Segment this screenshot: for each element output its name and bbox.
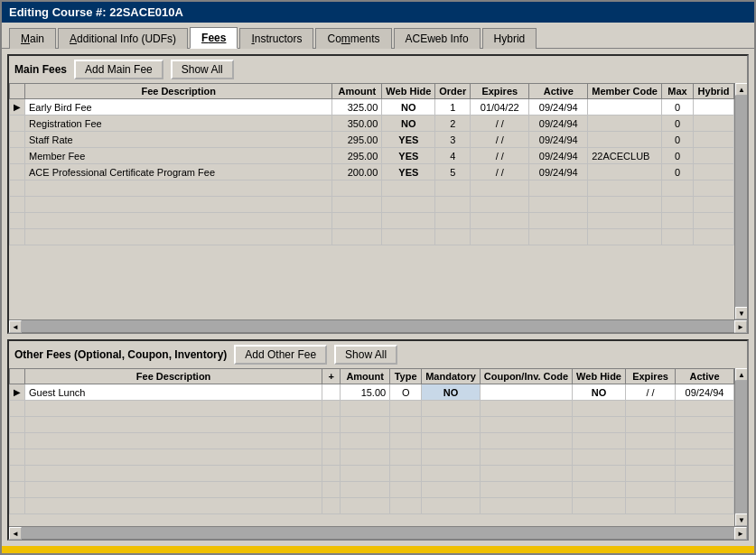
table-cell[interactable] <box>25 180 332 197</box>
table-cell[interactable]: 200.00 <box>332 164 382 180</box>
tab-instructors[interactable]: Instructors <box>239 28 313 49</box>
table-cell[interactable] <box>694 148 734 164</box>
mandatory-cell[interactable] <box>422 433 481 449</box>
table-cell[interactable] <box>588 99 662 116</box>
other-desc-cell[interactable] <box>25 449 322 466</box>
plus-cell[interactable] <box>322 449 341 466</box>
coupon-cell[interactable] <box>480 433 572 449</box>
table-cell[interactable] <box>694 132 734 148</box>
table-cell[interactable]: 0 <box>662 148 694 164</box>
main-fees-row[interactable] <box>10 197 734 213</box>
table-cell[interactable]: 2 <box>435 116 471 132</box>
table-cell[interactable] <box>662 229 694 245</box>
type-cell[interactable] <box>390 466 422 482</box>
mandatory-cell[interactable] <box>422 466 481 482</box>
table-cell[interactable] <box>529 229 588 245</box>
coupon-cell[interactable] <box>480 482 572 498</box>
main-fees-row[interactable] <box>10 213 734 229</box>
vscroll-up-other[interactable]: ▲ <box>735 368 747 381</box>
table-cell[interactable]: / / <box>471 148 529 164</box>
tab-comments[interactable]: Comments <box>315 28 391 49</box>
active-other-cell[interactable] <box>676 401 734 417</box>
type-cell[interactable] <box>390 498 422 514</box>
table-cell[interactable]: YES <box>382 148 435 164</box>
table-cell[interactable]: / / <box>471 132 529 148</box>
table-cell[interactable]: 295.00 <box>332 132 382 148</box>
show-all-other-button[interactable]: Show All <box>334 345 397 365</box>
expires-other-cell[interactable] <box>626 482 676 498</box>
other-desc-cell[interactable] <box>25 433 322 449</box>
web-hide-other-cell[interactable] <box>573 417 626 433</box>
tab-additional-info[interactable]: Additional Info (UDFs) <box>58 28 188 49</box>
expires-other-cell[interactable] <box>626 449 676 466</box>
mandatory-cell[interactable] <box>422 449 481 466</box>
plus-cell[interactable] <box>322 433 341 449</box>
expires-other-cell[interactable] <box>626 498 676 514</box>
table-cell[interactable] <box>529 197 588 213</box>
table-cell[interactable] <box>471 213 529 229</box>
table-cell[interactable] <box>694 229 734 245</box>
table-cell[interactable]: 295.00 <box>332 148 382 164</box>
other-amount-cell[interactable] <box>341 401 390 417</box>
table-cell[interactable]: 09/24/94 <box>529 148 588 164</box>
type-cell[interactable] <box>390 401 422 417</box>
web-hide-other-cell[interactable] <box>573 498 626 514</box>
table-cell[interactable] <box>382 213 435 229</box>
table-cell[interactable] <box>694 99 734 116</box>
other-desc-cell[interactable] <box>25 466 322 482</box>
plus-cell[interactable] <box>322 482 341 498</box>
table-cell[interactable]: 5 <box>435 164 471 180</box>
other-desc-cell[interactable] <box>25 482 322 498</box>
add-main-fee-button[interactable]: Add Main Fee <box>74 60 163 79</box>
main-fees-row[interactable]: Staff Rate295.00YES3/ /09/24/940 <box>10 132 734 148</box>
other-fees-row[interactable] <box>10 401 734 417</box>
expires-other-cell[interactable] <box>626 433 676 449</box>
table-cell[interactable]: Early Bird Fee <box>25 99 332 116</box>
table-cell[interactable]: 3 <box>435 132 471 148</box>
expires-other-cell[interactable] <box>626 417 676 433</box>
table-cell[interactable] <box>25 213 332 229</box>
other-amount-cell[interactable]: 15.00 <box>341 384 390 401</box>
table-cell[interactable] <box>588 180 662 197</box>
coupon-cell[interactable] <box>480 401 572 417</box>
type-cell[interactable] <box>390 482 422 498</box>
other-amount-cell[interactable] <box>341 417 390 433</box>
table-cell[interactable]: 09/24/94 <box>529 99 588 116</box>
plus-cell[interactable] <box>322 417 341 433</box>
table-cell[interactable]: YES <box>382 164 435 180</box>
other-fees-row[interactable] <box>10 466 734 482</box>
table-cell[interactable]: 0 <box>662 164 694 180</box>
active-other-cell[interactable] <box>676 466 734 482</box>
table-cell[interactable] <box>435 180 471 197</box>
other-fees-row[interactable]: ▶Guest Lunch15.00ONONO/ /09/24/94 <box>10 384 734 401</box>
expires-other-cell[interactable] <box>626 466 676 482</box>
other-amount-cell[interactable] <box>341 466 390 482</box>
active-other-cell[interactable]: 09/24/94 <box>676 384 734 401</box>
table-cell[interactable] <box>662 180 694 197</box>
table-cell[interactable] <box>471 197 529 213</box>
table-cell[interactable]: 09/24/94 <box>529 164 588 180</box>
table-cell[interactable]: 22ACECLUB <box>588 148 662 164</box>
web-hide-other-cell[interactable] <box>573 482 626 498</box>
coupon-cell[interactable] <box>480 498 572 514</box>
table-cell[interactable]: Staff Rate <box>25 132 332 148</box>
mandatory-cell[interactable] <box>422 401 481 417</box>
main-fees-row[interactable] <box>10 180 734 197</box>
table-cell[interactable] <box>588 132 662 148</box>
table-cell[interactable] <box>588 229 662 245</box>
coupon-cell[interactable] <box>480 449 572 466</box>
table-cell[interactable]: NO <box>382 99 435 116</box>
table-cell[interactable] <box>435 213 471 229</box>
main-fees-vscroll[interactable]: ▲ ▼ <box>734 83 747 319</box>
table-cell[interactable] <box>662 197 694 213</box>
table-cell[interactable]: 0 <box>662 132 694 148</box>
table-cell[interactable] <box>382 180 435 197</box>
plus-cell[interactable] <box>322 466 341 482</box>
table-cell[interactable] <box>694 197 734 213</box>
vscroll-down-other[interactable]: ▼ <box>735 513 747 526</box>
hscroll-right[interactable]: ► <box>734 320 747 333</box>
expires-other-cell[interactable]: / / <box>626 384 676 401</box>
main-fees-row[interactable]: Registration Fee350.00NO2/ /09/24/940 <box>10 116 734 132</box>
vscroll-up[interactable]: ▲ <box>735 83 747 96</box>
table-cell[interactable] <box>588 213 662 229</box>
